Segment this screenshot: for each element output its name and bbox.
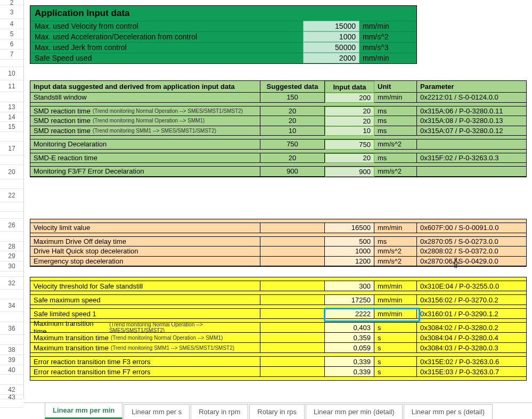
cell-parameter: 0x2212:01 / S-0-0124.0.0 xyxy=(417,93,526,103)
row-header[interactable]: 5 xyxy=(0,29,23,39)
sheet-tab[interactable]: Linear mm per min xyxy=(45,402,122,419)
row-header[interactable]: 28 xyxy=(0,242,23,251)
row-header[interactable] xyxy=(0,179,23,189)
cell-input[interactable]: 20 xyxy=(325,116,374,126)
cell-name: Monitoring F3/F7 Error Decelaration xyxy=(30,167,260,177)
row-header[interactable]: 17 xyxy=(0,142,23,155)
cell-empty xyxy=(260,295,325,305)
row-header[interactable] xyxy=(0,290,23,299)
row-header[interactable]: 34 xyxy=(0,299,23,312)
row-header[interactable]: 26 xyxy=(0,219,23,232)
app-row-value[interactable]: 1000 xyxy=(303,31,359,42)
row-header[interactable]: 6 xyxy=(0,39,23,50)
row-header[interactable]: 13 xyxy=(0,102,23,112)
cell-empty xyxy=(260,323,325,333)
cell-suggested: 20 xyxy=(260,116,325,126)
cell-suggested: 10 xyxy=(260,126,325,136)
app-row-value[interactable]: 50000 xyxy=(303,42,359,53)
cell-parameter: 0x315A:08 / P-0-3280.0.13 xyxy=(417,116,526,126)
row-header[interactable]: 10 xyxy=(0,67,23,80)
row-header[interactable]: 36 xyxy=(0,322,23,335)
cell-unit: ms xyxy=(374,116,417,126)
cell-input[interactable]: 1000 xyxy=(325,247,374,257)
sheet-tab[interactable]: Rotary in rpm xyxy=(191,404,248,419)
sheet-tab[interactable]: Linear mm per s (detail) xyxy=(404,404,493,419)
cell-empty xyxy=(260,309,325,319)
row-header[interactable] xyxy=(0,398,23,408)
cell-input[interactable]: 750 xyxy=(325,139,374,150)
row-header[interactable]: 38 xyxy=(0,345,23,355)
cell-input[interactable]: 1200 xyxy=(325,257,374,267)
row-header[interactable]: 22 xyxy=(0,189,23,202)
row-header[interactable]: 32 xyxy=(0,277,23,290)
row-header[interactable] xyxy=(0,155,23,165)
cell-parameter: 0x607F:00 / S-0-0091.0.0 xyxy=(417,223,526,233)
cell-name: Error reaction transition time F3 errors xyxy=(30,357,260,367)
row-header[interactable] xyxy=(0,312,23,322)
cell-input[interactable]: 200 xyxy=(325,93,374,103)
app-row-value[interactable]: 15000 xyxy=(303,21,359,31)
row-header[interactable]: 30 xyxy=(0,261,23,272)
green-input-table: Input data suggested and derived from ap… xyxy=(30,80,527,177)
cell-input[interactable]: 0,339 xyxy=(325,367,374,377)
cell-empty xyxy=(260,257,325,267)
row-header[interactable]: 15 xyxy=(0,122,23,132)
app-row-value[interactable]: 2000 xyxy=(303,53,359,63)
cell-input[interactable]: 10 xyxy=(325,126,374,136)
row-header[interactable] xyxy=(0,132,23,142)
row-header[interactable]: 7 xyxy=(0,50,23,60)
cell-input[interactable]: 17250 xyxy=(325,295,374,305)
cell-unit: mm/s^2 xyxy=(374,247,417,257)
col-header-input: Input data xyxy=(325,81,374,93)
cell-input[interactable]: 900 xyxy=(325,167,374,177)
cell-input[interactable]: 0,359 xyxy=(325,333,374,343)
row-header[interactable]: 20 xyxy=(0,165,23,179)
cell-input[interactable]: 0,339 xyxy=(325,357,374,367)
row-header[interactable] xyxy=(0,60,23,67)
orange-table: Velocity limit value16500mm/min0x607F:00… xyxy=(30,219,527,267)
row-header[interactable] xyxy=(0,202,23,212)
cell-input[interactable]: 300 xyxy=(325,281,374,291)
row-header[interactable]: 11 xyxy=(0,80,23,92)
cell-input[interactable]: 16500 xyxy=(325,223,374,233)
cell-input[interactable]: 2222 xyxy=(325,309,374,319)
row-header[interactable] xyxy=(0,375,23,385)
cell-suggested: 900 xyxy=(260,167,325,177)
cell-input[interactable]: 500 xyxy=(325,237,374,247)
row-header[interactable]: 14 xyxy=(0,112,23,122)
cell-unit: ms xyxy=(374,237,417,247)
app-row-label: Safe Speed used xyxy=(30,53,303,63)
row-header[interactable] xyxy=(0,212,23,219)
cell-parameter: 0x2808:02 / S-0-0372.0.0 xyxy=(417,247,526,257)
cell-parameter: 0x310E:04 / P-0-3255.0.0 xyxy=(417,281,526,291)
sheet-tab[interactable]: Linear mm per s xyxy=(124,404,190,419)
cell-parameter: 0x315A:07 / P-0-3280.0.12 xyxy=(417,126,526,136)
col-header-parameter: Parameter xyxy=(417,81,526,93)
row-header[interactable]: 4 xyxy=(0,19,23,29)
app-row-label: Max. used Velocity from control xyxy=(30,21,303,31)
row-header[interactable] xyxy=(0,232,23,242)
cell-input[interactable]: 20 xyxy=(325,106,374,117)
cell-empty xyxy=(260,367,325,377)
sheet-tab[interactable]: Linear mm per min (detail) xyxy=(306,404,403,419)
row-header[interactable] xyxy=(0,335,23,345)
cell-parameter: 0x315E:03 / P-0-3263.0.7 xyxy=(417,367,526,377)
row-header[interactable]: 3 xyxy=(0,5,23,19)
cell-input[interactable]: 0,059 xyxy=(325,343,374,353)
cell-input[interactable]: 20 xyxy=(325,153,374,163)
row-header[interactable]: 29 xyxy=(0,251,23,261)
cell-input[interactable]: 0,403 xyxy=(325,323,374,333)
grid-surface[interactable]: Application Input data Max. used Velocit… xyxy=(23,0,532,398)
row-header[interactable] xyxy=(0,92,23,102)
sheet-tab[interactable]: Rotary in rps xyxy=(249,404,305,419)
row-header[interactable] xyxy=(0,272,23,277)
cell-name: Emergency stop deceleration xyxy=(30,257,260,267)
row-header[interactable]: 39 xyxy=(0,355,23,365)
cell-unit: ms xyxy=(374,126,417,136)
cell-unit: mm/min xyxy=(374,309,417,319)
cell-empty xyxy=(260,223,325,233)
cell-name: SMD reaction time(Trend monitoring SMM1 … xyxy=(30,126,260,136)
row-header[interactable]: 40 xyxy=(0,365,23,375)
row-header[interactable]: 2 xyxy=(0,0,23,5)
cell-unit: mm/min xyxy=(374,281,417,291)
